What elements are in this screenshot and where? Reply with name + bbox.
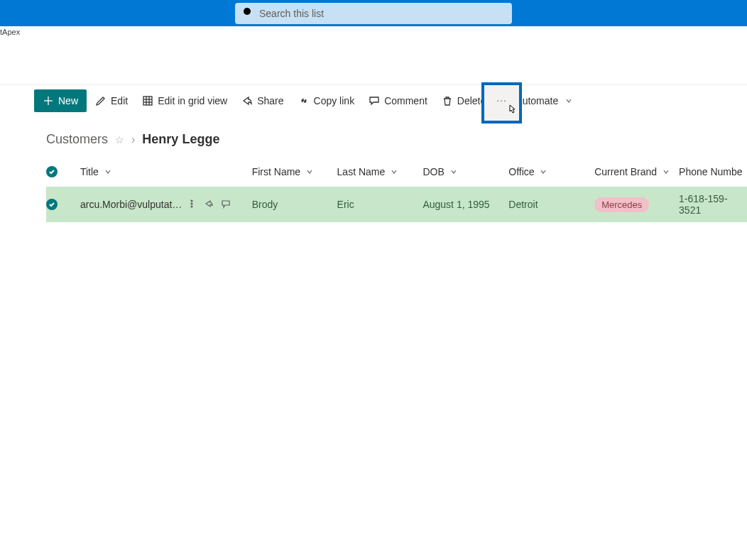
cell-office: Detroit [508,199,594,210]
cursor-pointer-icon [506,104,518,116]
cell-title: arcu.Morbi@vulputatedu... [80,199,252,211]
row-comment-icon[interactable] [221,199,231,211]
brand-pill: Mercedes [594,197,649,212]
cell-brand: Mercedes [594,197,679,212]
column-brand-label: Current Brand [594,166,657,177]
check-icon [46,199,58,210]
svg-point-0 [244,8,251,15]
cell-phone: 1-618-159-3521 [679,193,747,216]
copy-link-button[interactable]: Copy link [293,89,361,112]
row-more-icon[interactable] [187,199,197,211]
row-select[interactable] [46,199,80,210]
comment-icon [369,95,380,106]
copy-link-label: Copy link [314,95,355,106]
comment-label: Comment [384,95,427,106]
check-icon [46,166,58,177]
column-dob[interactable]: DOB [422,166,508,177]
breadcrumb-root[interactable]: Customers [46,132,108,147]
svg-rect-4 [143,97,152,105]
share-icon [241,95,253,106]
breadcrumb-current: Henry Legge [142,132,219,147]
breadcrumb: Customers ☆ › Henry Legge [13,116,747,157]
breadcrumb-separator-icon: › [131,133,135,146]
plus-icon [43,95,54,106]
grid-icon [142,95,153,106]
select-all[interactable] [46,166,80,177]
cell-last-name: Eric [337,199,423,210]
edit-button[interactable]: Edit [89,89,133,112]
chevron-down-icon [663,166,670,177]
cell-title-text[interactable]: arcu.Morbi@vulputatedu... [80,199,182,210]
chevron-down-icon [104,166,111,177]
svg-point-10 [191,203,192,204]
column-phone-label: Phone Numbe [679,166,743,177]
search-box[interactable] [235,3,512,24]
sub-label: tApex [0,26,747,39]
new-button[interactable]: New [34,89,87,112]
edit-grid-label: Edit in grid view [158,95,227,106]
chevron-down-icon [306,166,313,177]
table-row[interactable]: arcu.Morbi@vulputatedu... Brody Eric Aug… [46,187,747,222]
column-brand[interactable]: Current Brand [594,166,679,177]
column-phone[interactable]: Phone Numbe [679,166,747,177]
link-icon [298,95,310,106]
chevron-down-icon [565,95,572,106]
toolbar-area: New Edit Edit in grid view Share Copy li… [0,84,747,222]
cell-first-name: Brody [252,199,337,210]
search-input[interactable] [259,8,505,19]
toolbar: New Edit Edit in grid view Share Copy li… [13,85,747,116]
edit-label: Edit [111,95,128,106]
column-office[interactable]: Office [508,166,594,177]
chevron-down-icon [450,166,457,177]
more-actions-button[interactable]: ··· [481,82,522,123]
trash-icon [442,95,453,106]
column-last-name[interactable]: Last Name [337,166,423,177]
list: Title First Name Last Name DOB Office Cu… [13,157,747,222]
app-header [0,0,747,26]
chevron-down-icon [391,166,398,177]
automate-label: Automate [516,95,558,106]
column-office-label: Office [508,166,534,177]
share-label: Share [257,95,283,106]
column-title[interactable]: Title [80,166,252,177]
column-title-label: Title [80,166,99,177]
search-icon [242,6,253,21]
row-share-icon[interactable] [204,199,214,211]
list-header: Title First Name Last Name DOB Office Cu… [46,157,747,187]
pencil-icon [95,95,107,106]
favorite-star-icon[interactable]: ☆ [115,134,124,146]
column-dob-label: DOB [422,166,444,177]
new-button-label: New [58,95,78,106]
svg-line-1 [250,14,253,17]
svg-point-9 [191,200,192,202]
column-last-name-label: Last Name [337,166,386,177]
svg-point-11 [191,206,192,207]
edit-grid-button[interactable]: Edit in grid view [136,89,233,112]
column-first-name-label: First Name [252,166,300,177]
chevron-down-icon [540,166,547,177]
share-button[interactable]: Share [236,89,289,112]
column-first-name[interactable]: First Name [252,166,337,177]
comment-button[interactable]: Comment [363,89,433,112]
cell-dob: August 1, 1995 [422,199,508,210]
